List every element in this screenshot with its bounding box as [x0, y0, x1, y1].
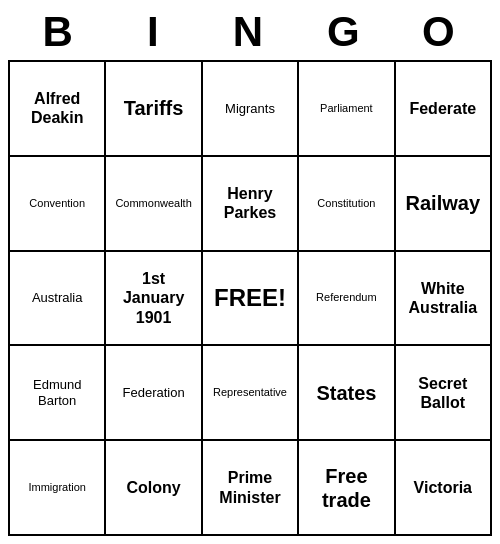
bingo-grid: Alfred DeakinTariffsMigrantsParliamentFe…: [8, 60, 492, 536]
cell-text-2-3: Referendum: [316, 291, 377, 304]
cell-3-2[interactable]: Representative: [203, 346, 299, 441]
cell-0-3[interactable]: Parliament: [299, 62, 395, 157]
cell-text-2-4: White Australia: [400, 279, 486, 317]
cell-text-3-0: Edmund Barton: [14, 377, 100, 408]
cell-text-4-1: Colony: [126, 478, 180, 497]
cell-text-3-4: Secret Ballot: [400, 374, 486, 412]
cell-text-4-0: Immigration: [28, 481, 85, 494]
cell-text-1-3: Constitution: [317, 197, 375, 210]
cell-text-4-3: Free trade: [303, 464, 389, 512]
title-g: G: [298, 8, 393, 56]
title-b: B: [12, 8, 107, 56]
cell-text-3-3: States: [316, 381, 376, 405]
cell-4-0[interactable]: Immigration: [10, 441, 106, 536]
cell-1-0[interactable]: Convention: [10, 157, 106, 252]
cell-2-3[interactable]: Referendum: [299, 252, 395, 347]
cell-text-2-1: 1st January 1901: [110, 269, 196, 327]
cell-2-4[interactable]: White Australia: [396, 252, 492, 347]
cell-1-2[interactable]: Henry Parkes: [203, 157, 299, 252]
cell-2-2[interactable]: FREE!: [203, 252, 299, 347]
cell-text-1-4: Railway: [406, 191, 480, 215]
cell-4-4[interactable]: Victoria: [396, 441, 492, 536]
cell-0-1[interactable]: Tariffs: [106, 62, 202, 157]
bingo-title: B I N G O: [8, 8, 492, 56]
cell-3-4[interactable]: Secret Ballot: [396, 346, 492, 441]
title-o: O: [393, 8, 488, 56]
cell-4-3[interactable]: Free trade: [299, 441, 395, 536]
cell-text-0-3: Parliament: [320, 102, 373, 115]
cell-3-3[interactable]: States: [299, 346, 395, 441]
cell-text-1-2: Henry Parkes: [207, 184, 293, 222]
title-i: I: [107, 8, 202, 56]
cell-1-1[interactable]: Commonwealth: [106, 157, 202, 252]
cell-text-3-2: Representative: [213, 386, 287, 399]
cell-text-3-1: Federation: [123, 385, 185, 401]
cell-2-1[interactable]: 1st January 1901: [106, 252, 202, 347]
cell-3-0[interactable]: Edmund Barton: [10, 346, 106, 441]
cell-3-1[interactable]: Federation: [106, 346, 202, 441]
cell-text-4-4: Victoria: [414, 478, 472, 497]
cell-1-3[interactable]: Constitution: [299, 157, 395, 252]
cell-text-2-0: Australia: [32, 290, 83, 306]
cell-text-0-1: Tariffs: [124, 96, 184, 120]
cell-text-0-0: Alfred Deakin: [14, 89, 100, 127]
title-n: N: [202, 8, 297, 56]
cell-text-0-2: Migrants: [225, 101, 275, 117]
cell-text-2-2: FREE!: [214, 284, 286, 313]
cell-4-2[interactable]: Prime Minister: [203, 441, 299, 536]
cell-text-4-2: Prime Minister: [207, 468, 293, 506]
cell-0-0[interactable]: Alfred Deakin: [10, 62, 106, 157]
cell-0-2[interactable]: Migrants: [203, 62, 299, 157]
cell-text-1-1: Commonwealth: [115, 197, 191, 210]
cell-2-0[interactable]: Australia: [10, 252, 106, 347]
cell-4-1[interactable]: Colony: [106, 441, 202, 536]
cell-0-4[interactable]: Federate: [396, 62, 492, 157]
cell-text-0-4: Federate: [409, 99, 476, 118]
cell-1-4[interactable]: Railway: [396, 157, 492, 252]
cell-text-1-0: Convention: [29, 197, 85, 210]
